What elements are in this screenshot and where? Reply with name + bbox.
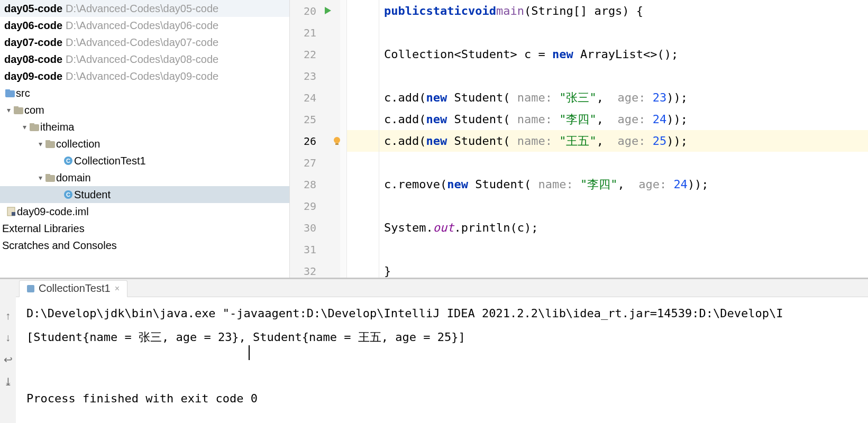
line-number: 29 xyxy=(290,195,322,217)
chevron-down-icon: ▾ xyxy=(36,140,44,148)
run-tool-window: ↑ ↓ ↩ ⤓ CollectionTest1 × D:\Develop\jdk… xyxy=(0,278,868,423)
svg-rect-3 xyxy=(14,106,19,108)
run-gutter-icon[interactable] xyxy=(324,5,332,17)
file-iml[interactable]: day09-code.iml xyxy=(0,203,289,220)
code-line[interactable]: c.add(new Student( name: "张三", age: 23))… xyxy=(347,87,868,108)
code-line[interactable]: c.add(new Student( name: "李四", age: 24))… xyxy=(347,108,868,130)
svg-marker-16 xyxy=(325,7,331,14)
collectiontest1-label: CollectionTest1 xyxy=(74,155,146,167)
line-number: 32 xyxy=(290,260,322,282)
package-icon xyxy=(44,174,56,182)
project-day08[interactable]: day08-codeD:\Advanced-Codes\day08-code xyxy=(0,51,289,68)
code-line[interactable]: System.out.println(c); xyxy=(347,217,868,238)
run-tab[interactable]: CollectionTest1 × xyxy=(19,280,127,297)
collection-label: collection xyxy=(56,138,100,150)
line-number: 28 xyxy=(290,173,322,195)
file-student[interactable]: C Student xyxy=(0,186,289,203)
code-line[interactable] xyxy=(347,65,868,87)
line-number: 23 xyxy=(290,65,322,87)
up-arrow-icon[interactable]: ↑ xyxy=(5,310,11,322)
external-label: External Libraries xyxy=(2,223,85,235)
indent-guide xyxy=(379,0,379,278)
soft-wrap-icon[interactable]: ↩ xyxy=(4,353,13,366)
src-label: src xyxy=(16,87,30,99)
scroll-to-end-icon[interactable]: ⤓ xyxy=(4,375,13,388)
console-line: [Student{name = 张三, age = 23}, Student{n… xyxy=(26,329,857,345)
close-icon[interactable]: × xyxy=(115,284,120,293)
line-number: 25 xyxy=(290,108,322,130)
editor-gutter[interactable]: 20 21 22 23 24 25 26 27 28 29 30 31 32 xyxy=(290,0,347,278)
iml-icon xyxy=(5,207,17,216)
iml-label: day09-code.iml xyxy=(17,206,89,218)
com-label: com xyxy=(24,104,44,116)
package-icon xyxy=(13,106,24,114)
scratches[interactable]: Scratches and Consoles xyxy=(0,237,289,254)
svg-rect-7 xyxy=(45,140,50,142)
console-command: D:\Develop\jdk\bin\java.exe "-javaagent:… xyxy=(26,307,857,320)
class-icon: C xyxy=(62,190,74,199)
application-icon xyxy=(27,285,34,292)
svg-point-17 xyxy=(334,137,340,143)
line-number: 22 xyxy=(290,43,322,65)
svg-rect-1 xyxy=(5,89,10,91)
code-line[interactable] xyxy=(347,238,868,260)
code-editor[interactable]: public static void main(String[] args) {… xyxy=(347,0,868,278)
code-line[interactable] xyxy=(347,152,868,173)
package-icon xyxy=(29,123,40,131)
svg-rect-5 xyxy=(30,123,34,125)
svg-rect-18 xyxy=(335,143,339,145)
code-line[interactable] xyxy=(347,195,868,217)
run-tab-label: CollectionTest1 xyxy=(39,282,111,295)
console-output[interactable]: D:\Develop\jdk\bin\java.exe "-javaagent:… xyxy=(16,297,868,423)
project-day05[interactable]: day05-codeD:\Advanced-Codes\day05-code xyxy=(0,0,289,17)
folder-src[interactable]: src xyxy=(0,85,289,102)
src-folder-icon xyxy=(4,89,16,97)
project-day06[interactable]: day06-codeD:\Advanced-Codes\day06-code xyxy=(0,17,289,34)
class-icon: C xyxy=(62,156,74,165)
folder-itheima[interactable]: ▾ itheima xyxy=(0,118,289,135)
svg-rect-19 xyxy=(27,285,34,292)
code-line-active[interactable]: c.add(new Student( name: "王五", age: 25))… xyxy=(347,130,868,152)
project-day09[interactable]: day09-codeD:\Advanced-Codes\day09-code xyxy=(0,68,289,85)
line-number: 24 xyxy=(290,87,322,108)
code-line[interactable]: } xyxy=(347,260,868,278)
chevron-down-icon: ▾ xyxy=(20,123,29,131)
domain-label: domain xyxy=(56,172,91,184)
external-libraries[interactable]: External Libraries xyxy=(0,220,289,237)
svg-rect-11 xyxy=(45,174,50,176)
line-number: 27 xyxy=(290,152,322,173)
svg-text:C: C xyxy=(66,158,70,164)
line-number: 26 xyxy=(290,130,322,152)
code-line[interactable]: c.remove(new Student( name: "李四", age: 2… xyxy=(347,173,868,195)
itheima-label: itheima xyxy=(40,121,74,133)
chevron-down-icon: ▾ xyxy=(36,173,44,182)
code-line[interactable] xyxy=(347,22,868,43)
file-collectiontest1[interactable]: C CollectionTest1 xyxy=(0,152,289,169)
project-tree[interactable]: day05-codeD:\Advanced-Codes\day05-code d… xyxy=(0,0,290,278)
fold-bar[interactable] xyxy=(340,0,346,278)
console-exit-message: Process finished with exit code 0 xyxy=(26,392,857,405)
down-arrow-icon[interactable]: ↓ xyxy=(5,332,11,344)
svg-text:C: C xyxy=(66,191,70,198)
line-number: 20 xyxy=(290,0,322,22)
code-line[interactable]: public static void main(String[] args) { xyxy=(347,0,868,22)
student-label: Student xyxy=(74,189,111,201)
line-number: 31 xyxy=(290,238,322,260)
run-tab-bar: CollectionTest1 × xyxy=(16,279,868,297)
code-line[interactable]: Collection<Student> c = new ArrayList<>(… xyxy=(347,43,868,65)
folder-domain[interactable]: ▾ domain xyxy=(0,169,289,186)
project-day07[interactable]: day07-codeD:\Advanced-Codes\day07-code xyxy=(0,34,289,51)
scratches-label: Scratches and Consoles xyxy=(2,240,117,252)
text-caret xyxy=(249,345,250,360)
run-toolbar: ↑ ↓ ↩ ⤓ xyxy=(0,279,16,423)
chevron-down-icon: ▾ xyxy=(4,106,13,114)
package-icon xyxy=(44,140,56,148)
line-number: 30 xyxy=(290,217,322,238)
svg-rect-15 xyxy=(12,212,15,216)
folder-com[interactable]: ▾ com xyxy=(0,102,289,118)
folder-collection[interactable]: ▾ collection xyxy=(0,135,289,152)
line-number: 21 xyxy=(290,22,322,43)
